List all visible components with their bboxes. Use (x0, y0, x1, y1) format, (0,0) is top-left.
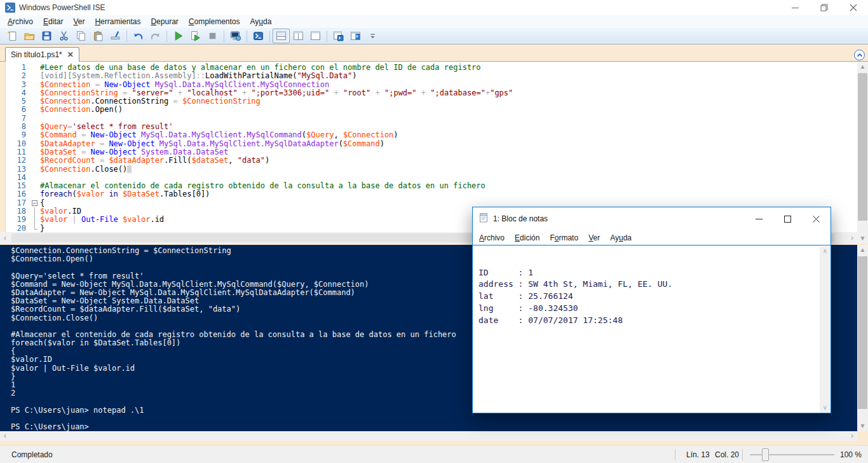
redo-button[interactable] (147, 29, 164, 43)
fold-marker (31, 216, 40, 224)
editor-line-9[interactable]: 9$Command = New-Object MySql.Data.MySqlC… (6, 131, 513, 139)
editor-line-2[interactable]: 2[void][System.Reflection.Assembly]::Loa… (6, 72, 513, 80)
code-text: $DataSet = New-Object System.Data.DataSe… (40, 148, 228, 156)
open-script-button[interactable] (21, 29, 38, 43)
notepad-maximize-button[interactable] (773, 207, 802, 230)
editor-line-8[interactable]: 8$Query='select * from result' (6, 123, 513, 131)
fold-gutter (31, 81, 40, 89)
scroll-up-arrow-icon[interactable]: ▲ (857, 62, 868, 72)
notepad-titlebar[interactable]: 1: Bloc de notas (473, 207, 831, 230)
scroll-left-arrow-icon[interactable]: ‹ (0, 232, 10, 244)
scroll-down-arrow-icon[interactable]: ▼ (857, 233, 868, 244)
zoom-slider-thumb[interactable] (762, 448, 769, 461)
run-selection-button[interactable] (187, 29, 204, 43)
notepad-menu-ayuda[interactable]: Ayuda (605, 232, 637, 244)
undo-icon (133, 31, 144, 41)
notepad-menu-formato[interactable]: Formato (545, 232, 583, 244)
minimize-button[interactable] (780, 0, 810, 15)
editor-line-4[interactable]: 4$ConnectionString = "server=" + "localh… (6, 89, 513, 97)
scroll-down-arrow-icon[interactable]: ∨ (820, 403, 831, 413)
open-script-icon (24, 31, 35, 41)
editor-line-12[interactable]: 12$RecordCount = $dataAdapter.Fill($data… (6, 156, 513, 165)
new-script-icon (7, 31, 18, 41)
fold-marker (31, 207, 40, 216)
notepad-menu-archivo[interactable]: Archivo (474, 232, 510, 244)
editor-line-10[interactable]: 10$DataAdapter = New-Object MySql.Data.M… (6, 140, 513, 148)
line-number: 14 (6, 174, 31, 182)
editor-line-14[interactable]: 14 (6, 174, 513, 182)
script-tab[interactable]: Sin título1.ps1* ✕ (5, 47, 79, 62)
editor-line-1[interactable]: 1#Leer datos de una base de datos y alma… (6, 64, 513, 72)
undo-button[interactable] (130, 29, 147, 43)
open-powershell-window-button[interactable] (347, 29, 364, 43)
editor-line-17[interactable]: 17−{ (6, 199, 513, 207)
status-text: Completado (11, 450, 53, 459)
editor-line-7[interactable]: 7 (6, 114, 513, 123)
scroll-down-arrow-icon[interactable]: ▼ (857, 421, 868, 431)
notepad-content: ID : 1 address : SW 4th St, Miami, FL, E… (478, 255, 672, 326)
paste-button[interactable] (90, 29, 107, 43)
new-script-button[interactable] (4, 29, 21, 43)
scroll-up-arrow-icon[interactable]: ∧ (820, 246, 831, 256)
editor-line-18[interactable]: 18$valor.ID (6, 207, 513, 216)
show-script-pane-maximized-button[interactable] (307, 29, 324, 43)
editor-vertical-scrollbar[interactable]: ▲ ▼ (857, 62, 868, 244)
notepad-minimize-button[interactable] (745, 207, 773, 230)
notepad-menu-edicion[interactable]: Edición (510, 232, 545, 244)
collapse-script-pane-button[interactable] (854, 50, 865, 60)
show-script-pane-right-button[interactable] (290, 29, 307, 43)
run-script-button[interactable] (170, 29, 187, 43)
editor-line-5[interactable]: 5$Connection.ConnectionString = $Connect… (6, 97, 513, 106)
editor-line-6[interactable]: 6$Connection.Open() (6, 106, 513, 114)
fold-gutter (31, 123, 40, 131)
fold-gutter (31, 190, 40, 198)
console-horizontal-scrollbar[interactable]: ‹ › (0, 431, 857, 441)
editor-line-11[interactable]: 11$DataSet = New-Object System.Data.Data… (6, 148, 513, 156)
tab-close-icon[interactable]: ✕ (67, 50, 74, 59)
close-button[interactable] (839, 0, 868, 15)
menu-complementos[interactable]: Complementos (184, 16, 245, 27)
save-button[interactable] (38, 29, 55, 43)
cut-button[interactable] (55, 29, 72, 43)
toolbar-separator (166, 31, 167, 42)
menu-ayuda[interactable]: Ayuda (245, 16, 277, 27)
menu-archivo[interactable]: Archivo (3, 16, 38, 27)
menu-editar[interactable]: Editar (38, 16, 68, 27)
show-script-pane-top-button[interactable] (273, 29, 290, 43)
code-text: $Query='select * from result' (40, 123, 173, 131)
scroll-right-arrow-icon[interactable]: › (847, 232, 857, 244)
clear-console-pane-button[interactable] (107, 29, 124, 43)
start-powershell-button[interactable] (250, 29, 267, 43)
console-vscroll-thumb[interactable] (858, 256, 867, 409)
copy-button[interactable] (72, 29, 90, 43)
menu-depurar[interactable]: Depurar (146, 16, 183, 27)
new-remote-powershell-tab-button[interactable] (227, 29, 244, 43)
stop-operation-button[interactable] (204, 29, 221, 43)
fold-gutter (31, 156, 40, 165)
code-text: $Connection.Close() (40, 165, 132, 174)
fold-marker[interactable]: − (31, 199, 40, 207)
console-vertical-scrollbar[interactable]: ▲ ▼ (857, 245, 868, 431)
notepad-vertical-scrollbar[interactable]: ∧ ∨ (820, 246, 831, 413)
scroll-up-arrow-icon[interactable]: ▲ (857, 245, 868, 255)
notepad-text-area[interactable]: ID : 1 address : SW 4th St, Miami, FL, E… (473, 246, 831, 413)
editor-line-3[interactable]: 3$Connection = New-Object MySql.Data.MyS… (6, 81, 513, 89)
editor-line-19[interactable]: 19$valor | Out-File $valor.id (6, 216, 513, 224)
notepad-close-button[interactable] (802, 207, 831, 230)
notepad-menu-ver[interactable]: Ver (583, 232, 605, 244)
editor-vscroll-thumb[interactable] (858, 73, 867, 221)
editor-line-13[interactable]: 13$Connection.Close() (6, 165, 513, 174)
editor-line-16[interactable]: 16foreach($valor in $DataSet.Tables[0]) (6, 190, 513, 198)
editor-line-20[interactable]: 20} (6, 225, 513, 232)
editor-line-15[interactable]: 15#Almacenar el contenido de cada regist… (6, 182, 513, 190)
code-text: } (40, 225, 44, 232)
new-powershell-tab-button[interactable] (330, 29, 347, 43)
menu-ver[interactable]: Ver (68, 16, 90, 27)
menu-herramientas[interactable]: Herramientas (90, 16, 146, 27)
redo-icon (150, 31, 161, 41)
line-number: 12 (6, 156, 31, 165)
line-number: 16 (6, 190, 31, 198)
overflow-button[interactable] (364, 29, 381, 43)
notepad-app-icon (478, 212, 489, 225)
restore-button[interactable] (810, 0, 839, 15)
